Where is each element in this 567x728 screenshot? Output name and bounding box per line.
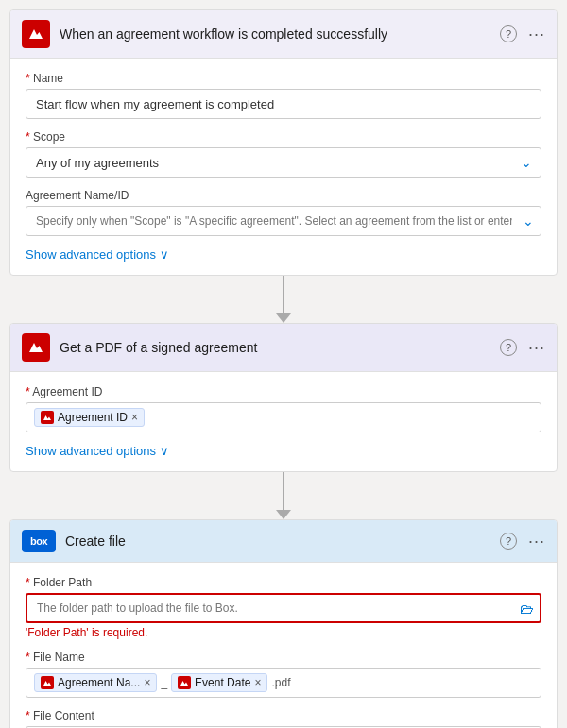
trigger-title: When an agreement workflow is completed … [60, 26, 490, 42]
agreement-na-tag-adobe-icon [41, 676, 54, 689]
pdf-help-icon[interactable]: ? [500, 339, 517, 356]
folder-path-input-wrapper: 🗁 [26, 593, 541, 623]
trigger-card: When an agreement workflow is completed … [9, 9, 558, 276]
event-date-tag-text: Event Date [195, 676, 250, 689]
file-content-field-group: * File Content Body × [26, 709, 541, 728]
scope-label: * Scope [26, 130, 541, 144]
scope-select[interactable]: Any of my agreements [26, 147, 541, 178]
box-card: box Create file ? ··· * Folder Path 🗁 'F… [9, 519, 558, 728]
agreement-id-tag: Agreement ID × [34, 408, 145, 427]
agreement-id-tag-adobe-icon [41, 411, 54, 424]
file-name-tag-input[interactable]: Agreement Na... × _ Event Date × .pdf [26, 668, 541, 698]
folder-path-folder-icon: 🗁 [520, 601, 534, 617]
folder-path-input[interactable] [26, 593, 541, 623]
pdf-title: Get a PDF of a signed agreement [60, 340, 490, 355]
box-logo-icon: box [22, 530, 56, 552]
agreement-id-tag-close[interactable]: × [131, 412, 138, 423]
box-card-header: box Create file ? ··· [10, 520, 557, 563]
box-title: Create file [65, 533, 490, 549]
adobe-pdf-icon [22, 333, 50, 362]
trigger-more-icon[interactable]: ··· [528, 25, 545, 44]
adobe-trigger-icon [22, 20, 50, 48]
file-name-field-group: * File Name Agreement Na... × _ [26, 651, 541, 698]
pdf-card-body: * Agreement ID Agreement ID × [10, 372, 557, 471]
pdf-advanced-chevron-icon: ∨ [160, 444, 169, 458]
pdf-card: Get a PDF of a signed agreement ? ··· * … [9, 323, 558, 472]
agreement-id-tag-text: Agreement ID [58, 411, 128, 424]
box-header-actions: ? ··· [500, 532, 545, 551]
file-name-separator: _ [161, 676, 167, 689]
arrow-head-1 [276, 313, 291, 323]
file-name-pdf-suffix: .pdf [271, 676, 290, 689]
box-help-icon[interactable]: ? [500, 533, 517, 550]
name-label: * Name [26, 72, 541, 85]
scope-field-group: * Scope Any of my agreements ⌄ [26, 130, 541, 178]
pdf-header-actions: ? ··· [500, 338, 545, 358]
trigger-help-icon[interactable]: ? [500, 25, 517, 42]
flow-container: When an agreement workflow is completed … [9, 9, 558, 728]
pdf-show-advanced[interactable]: Show advanced options ∨ [26, 444, 541, 458]
trigger-header-actions: ? ··· [500, 25, 545, 44]
event-date-tag: Event Date × [171, 673, 267, 692]
file-name-label: * File Name [26, 651, 541, 664]
agreement-id-field-group: * Agreement ID Agreement ID × [26, 385, 541, 432]
agreement-name-label: Agreement Name/ID [26, 189, 541, 202]
arrow-connector-1 [276, 276, 291, 323]
agreement-name-input-wrapper: ⌄ [26, 206, 541, 236]
name-field-group: * Name [26, 72, 541, 119]
file-content-label: * File Content [26, 709, 541, 722]
agreement-na-tag: Agreement Na... × [34, 673, 157, 692]
folder-path-error: 'Folder Path' is required. [26, 626, 541, 639]
arrow-line-2 [283, 472, 284, 510]
arrow-head-2 [276, 510, 291, 519]
scope-select-wrapper: Any of my agreements ⌄ [26, 147, 541, 178]
trigger-show-advanced[interactable]: Show advanced options ∨ [26, 247, 541, 262]
agreement-na-tag-text: Agreement Na... [58, 676, 140, 689]
pdf-card-header: Get a PDF of a signed agreement ? ··· [10, 324, 557, 372]
agreement-name-input[interactable] [26, 206, 541, 236]
arrow-connector-2 [276, 472, 291, 519]
trigger-card-header: When an agreement workflow is completed … [10, 10, 557, 59]
folder-path-field-group: * Folder Path 🗁 'Folder Path' is require… [26, 576, 541, 639]
event-date-tag-close[interactable]: × [254, 677, 261, 688]
agreement-id-label: * Agreement ID [26, 385, 541, 398]
box-more-icon[interactable]: ··· [528, 532, 545, 551]
agreement-name-field-group: Agreement Name/ID ⌄ [26, 189, 541, 236]
folder-path-label: * Folder Path [26, 576, 541, 589]
agreement-name-chevron-icon: ⌄ [523, 213, 534, 229]
event-date-tag-adobe-icon [178, 676, 191, 689]
arrow-line-1 [283, 276, 284, 313]
agreement-na-tag-close[interactable]: × [144, 677, 150, 688]
trigger-advanced-chevron-icon: ∨ [160, 247, 169, 262]
name-input[interactable] [26, 89, 541, 119]
agreement-id-tag-input[interactable]: Agreement ID × [26, 402, 541, 432]
trigger-card-body: * Name * Scope Any of my agreements ⌄ [10, 59, 557, 275]
box-card-body: * Folder Path 🗁 'Folder Path' is require… [10, 563, 557, 728]
pdf-more-icon[interactable]: ··· [528, 338, 545, 358]
